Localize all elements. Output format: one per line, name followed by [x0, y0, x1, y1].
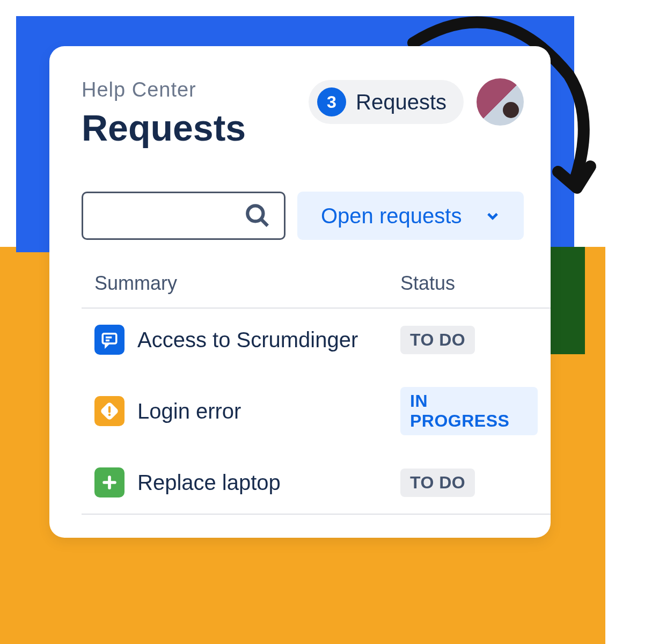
status-badge: TO DO [400, 326, 475, 354]
alert-icon [94, 396, 125, 426]
requests-table: Summary Status Access to Scrumdinger [82, 272, 551, 515]
svg-rect-2 [102, 334, 116, 343]
table-row[interactable]: Access to Scrumdinger TO DO [82, 309, 551, 371]
svg-line-1 [261, 219, 267, 225]
column-status: Status [400, 272, 538, 295]
page-title: Requests [82, 107, 246, 149]
search-icon [244, 202, 271, 229]
column-summary: Summary [94, 272, 400, 295]
chevron-down-icon [485, 208, 500, 223]
search-input[interactable] [82, 192, 285, 240]
status-badge: IN PROGRESS [400, 387, 538, 435]
request-summary: Access to Scrumdinger [137, 328, 358, 352]
status-badge: TO DO [400, 469, 475, 497]
badge-count: 3 [317, 87, 346, 116]
svg-point-7 [108, 414, 111, 416]
svg-point-0 [247, 206, 263, 221]
avatar[interactable] [477, 78, 524, 126]
table-row[interactable]: Replace laptop TO DO [82, 451, 551, 514]
request-summary: Replace laptop [137, 471, 281, 495]
breadcrumb[interactable]: Help Center [82, 78, 246, 101]
chat-icon [94, 325, 125, 355]
plus-icon [94, 467, 125, 497]
request-summary: Login error [137, 399, 241, 423]
table-header: Summary Status [82, 272, 551, 309]
requests-count-pill[interactable]: 3 Requests [309, 80, 464, 124]
table-row[interactable]: Login error IN PROGRESS [82, 371, 551, 451]
filter-dropdown[interactable]: Open requests [297, 192, 524, 240]
filter-selected-label: Open requests [321, 204, 462, 228]
badge-label: Requests [356, 90, 446, 114]
requests-panel: Help Center Requests 3 Requests Open req… [49, 46, 551, 538]
